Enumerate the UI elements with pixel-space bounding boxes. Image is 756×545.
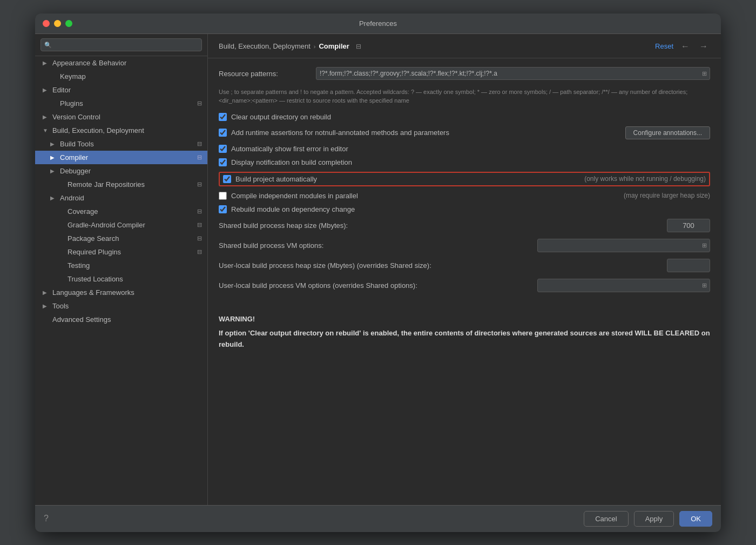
compile-parallel-row: Compile independent modules in parallel …: [219, 192, 710, 200]
warning-block: WARNING! If option 'Clear output directo…: [219, 308, 710, 356]
clear-output-row: Clear output directory on rebuild: [219, 113, 710, 121]
user-heap-row: User-local build process heap size (Mbyt…: [219, 259, 710, 272]
resource-hint: Use ; to separate patterns and ! to nega…: [219, 88, 710, 105]
sidebar-item-label: Required Plugins: [68, 248, 121, 256]
rebuild-dependency-label: Rebuild module on dependency change: [231, 205, 710, 213]
footer-buttons: Cancel Apply OK: [584, 511, 712, 527]
chevron-icon: ▶: [43, 114, 49, 120]
warning-title: WARNING!: [219, 314, 710, 325]
sidebar-item-keymap[interactable]: Keymap: [35, 70, 207, 83]
configure-annotations-button[interactable]: Configure annotations...: [625, 126, 710, 139]
warning-body: If option 'Clear output directory on reb…: [219, 328, 710, 351]
content-header: Build, Execution, Deployment › Compiler …: [208, 34, 721, 58]
sidebar-item-tools[interactable]: ▶ Tools: [35, 299, 207, 313]
search-icon: 🔍: [44, 41, 52, 48]
sidebar-item-compiler[interactable]: ▶ Compiler ⊟: [35, 151, 207, 164]
sidebar-item-package-search[interactable]: Package Search ⊟: [35, 232, 207, 245]
sidebar-item-testing[interactable]: Testing: [35, 259, 207, 272]
module-icon: ⊟: [197, 154, 202, 161]
window-title: Preferences: [359, 19, 397, 28]
rebuild-dependency-checkbox[interactable]: [219, 205, 227, 213]
sidebar-item-coverage[interactable]: Coverage ⊟: [35, 205, 207, 218]
module-icon: ⊟: [197, 100, 202, 107]
sidebar-item-label: Build Tools: [60, 140, 94, 148]
sidebar-item-label: Version Control: [52, 113, 100, 121]
user-heap-label: User-local build process heap size (Mbyt…: [219, 261, 667, 270]
compile-parallel-checkbox[interactable]: [219, 192, 227, 200]
expand-icon: ⊞: [702, 242, 707, 249]
module-icon: ⊟: [197, 140, 202, 147]
chevron-icon: ▶: [43, 60, 49, 66]
compile-parallel-note: (may require larger heap size): [624, 192, 710, 199]
shared-heap-row: Shared build process heap size (Mbytes):: [219, 219, 710, 232]
sidebar-item-label: Plugins: [60, 99, 83, 107]
module-icon: ⊟: [197, 235, 202, 242]
nav-back-button[interactable]: ←: [679, 41, 692, 52]
main-content: 🔍 ▶ Appearance & Behavior Keymap ▶ Edito…: [35, 34, 721, 505]
sidebar-item-gradle-android[interactable]: Gradle-Android Compiler ⊟: [35, 218, 207, 232]
sidebar-item-label: Coverage: [68, 207, 98, 216]
chevron-icon: ▶: [50, 141, 57, 147]
sidebar-item-required-plugins[interactable]: Required Plugins ⊟: [35, 245, 207, 259]
sidebar-item-vcs[interactable]: ▶ Version Control: [35, 110, 207, 124]
sidebar-item-build-tools[interactable]: ▶ Build Tools ⊟: [35, 137, 207, 151]
sidebar-item-android[interactable]: ▶ Android: [35, 191, 207, 205]
sidebar-item-build-exec[interactable]: ▼ Build, Execution, Deployment: [35, 124, 207, 137]
titlebar: Preferences: [35, 14, 721, 34]
sidebar-item-remote-jar[interactable]: Remote Jar Repositories ⊟: [35, 178, 207, 191]
close-button[interactable]: [43, 20, 50, 27]
cancel-button[interactable]: Cancel: [584, 511, 628, 527]
sidebar-item-appearance[interactable]: ▶ Appearance & Behavior: [35, 56, 207, 70]
content-panel: Build, Execution, Deployment › Compiler …: [208, 34, 721, 505]
shared-heap-input[interactable]: [667, 219, 710, 232]
breadcrumb-current: Compiler: [319, 42, 349, 50]
sidebar-item-label: Keymap: [60, 72, 86, 80]
module-icon: ⊟: [197, 248, 202, 255]
sidebar-item-editor[interactable]: ▶ Editor: [35, 83, 207, 97]
module-icon: ⊟: [197, 208, 202, 215]
sidebar-item-label: Remote Jar Repositories: [68, 180, 145, 189]
user-vm-input[interactable]: [537, 279, 710, 292]
chevron-icon: ▶: [50, 154, 57, 160]
sidebar-item-label: Compiler: [60, 153, 88, 162]
shared-vm-input[interactable]: [537, 239, 710, 252]
traffic-lights: [43, 20, 72, 27]
resource-patterns-input[interactable]: [316, 67, 710, 80]
display-notification-checkbox[interactable]: [219, 158, 227, 166]
sidebar-item-advanced[interactable]: Advanced Settings: [35, 313, 207, 326]
show-first-error-checkbox[interactable]: [219, 145, 227, 153]
chevron-icon: ▶: [43, 303, 49, 309]
ok-button[interactable]: OK: [679, 511, 712, 527]
breadcrumb-parent[interactable]: Build, Execution, Deployment: [219, 42, 310, 50]
clear-output-checkbox[interactable]: [219, 113, 227, 121]
search-input[interactable]: [40, 38, 202, 51]
sidebar-item-plugins[interactable]: Plugins ⊟: [35, 97, 207, 110]
reset-button[interactable]: Reset: [655, 42, 673, 50]
footer: ? Cancel Apply OK: [35, 505, 721, 532]
sidebar-item-label: Advanced Settings: [52, 315, 111, 324]
sidebar-item-trusted-locations[interactable]: Trusted Locations: [35, 272, 207, 286]
shared-vm-label: Shared build process VM options:: [219, 241, 537, 250]
compile-parallel-label: Compile independent modules in parallel: [231, 192, 619, 200]
nav-forward-button[interactable]: →: [697, 41, 710, 52]
runtime-assertions-label: Add runtime assertions for notnull-annot…: [231, 129, 615, 137]
show-first-error-label: Automatically show first error in editor: [231, 145, 710, 153]
sidebar-item-debugger[interactable]: ▶ Debugger: [35, 164, 207, 178]
clear-output-label: Clear output directory on rebuild: [231, 113, 710, 121]
chevron-icon: ▼: [43, 127, 49, 133]
search-wrapper: 🔍: [40, 38, 202, 51]
sidebar-item-languages[interactable]: ▶ Languages & Frameworks: [35, 286, 207, 299]
shared-vm-input-wrap: ⊞: [537, 239, 710, 252]
build-auto-checkbox[interactable]: [223, 175, 231, 183]
chevron-icon: ▶: [50, 168, 57, 174]
help-button[interactable]: ?: [44, 514, 49, 523]
expand-icon: ⊞: [702, 70, 707, 77]
user-heap-input[interactable]: [667, 259, 710, 272]
shared-vm-row: Shared build process VM options: ⊞: [219, 239, 710, 252]
minimize-button[interactable]: [54, 20, 61, 27]
apply-button[interactable]: Apply: [634, 511, 674, 527]
content-scroll: Resource patterns: ⊞ Use ; to separate p…: [208, 58, 721, 505]
maximize-button[interactable]: [65, 20, 72, 27]
runtime-assertions-checkbox[interactable]: [219, 129, 227, 137]
build-auto-row: Build project automatically (only works …: [219, 172, 710, 186]
